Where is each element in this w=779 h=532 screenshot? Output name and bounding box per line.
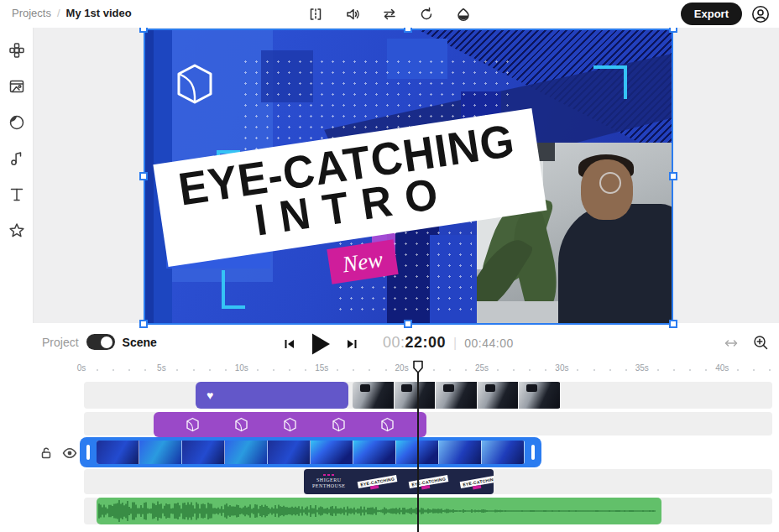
ruler-tick-label: 0s bbox=[77, 363, 86, 373]
trim-handle-right[interactable] bbox=[531, 445, 535, 460]
timecode-hours: 00: bbox=[383, 334, 405, 351]
play-icon[interactable] bbox=[310, 332, 332, 356]
ruler-tick-dot bbox=[593, 369, 595, 371]
visibility-eye-icon[interactable] bbox=[62, 446, 77, 461]
ruler-tick-dot bbox=[689, 369, 691, 371]
clip-thumbnail bbox=[139, 441, 182, 464]
pink-dash-accent bbox=[323, 474, 335, 476]
account-icon[interactable] bbox=[750, 4, 771, 24]
rotate-icon[interactable] bbox=[417, 5, 436, 23]
export-button[interactable]: Export bbox=[681, 3, 742, 25]
hexagon-icon bbox=[380, 417, 395, 432]
transition-icon[interactable] bbox=[380, 5, 399, 23]
playhead-line[interactable] bbox=[417, 363, 419, 532]
selection-handle-bottom-right[interactable] bbox=[669, 320, 677, 328]
zoom-in-icon[interactable] bbox=[753, 335, 769, 351]
studio-label: SHIGERU PENTHOUSE bbox=[312, 474, 346, 489]
video-preview-canvas[interactable]: EYE-CATCHING INTRO New bbox=[145, 30, 672, 323]
tools-sidebar bbox=[0, 28, 34, 323]
timeline-tracks: ♥ bbox=[0, 379, 779, 532]
toggle-label-project[interactable]: Project bbox=[42, 336, 79, 349]
timeline-controls: Project Scene 00:22:00 | 00:44:00 bbox=[0, 330, 779, 358]
ruler-tick-dot bbox=[673, 369, 675, 371]
skip-to-start-icon[interactable] bbox=[284, 338, 295, 350]
ruler-tick-dot bbox=[609, 369, 611, 371]
toggle-label-scene[interactable]: Scene bbox=[123, 336, 157, 349]
text-icon[interactable] bbox=[6, 184, 28, 206]
ruler-tick-dot bbox=[577, 369, 578, 371]
mini-title-banner: EYE-CATCHING bbox=[460, 475, 494, 488]
elements-icon[interactable] bbox=[6, 39, 28, 61]
project-scene-toggle[interactable]: Project Scene bbox=[42, 334, 157, 350]
ruler-tick-dot bbox=[305, 369, 306, 371]
ruler-tick-dot bbox=[737, 369, 739, 371]
color-filter-icon[interactable] bbox=[454, 5, 473, 23]
selected-intro-clip[interactable] bbox=[80, 437, 541, 467]
media-icon[interactable] bbox=[6, 76, 28, 97]
record-icon[interactable] bbox=[6, 112, 28, 133]
ruler-tick-dot bbox=[176, 369, 178, 371]
hexagon-icon bbox=[234, 417, 248, 432]
clip-thumbnail bbox=[268, 441, 311, 464]
clip-thumbnail bbox=[182, 441, 225, 464]
ruler-tick-dot bbox=[353, 369, 354, 371]
ruler-tick-dot bbox=[497, 369, 499, 371]
audio-clip[interactable] bbox=[97, 498, 661, 524]
ruler-tick-label: 20s bbox=[395, 363, 409, 373]
clip-thumbnail-strip bbox=[97, 441, 525, 464]
topbar-right-group: Export bbox=[681, 3, 771, 25]
hexagon-logo-icon bbox=[174, 62, 216, 109]
ruler-tick-dot bbox=[225, 369, 227, 371]
editing-toolbar bbox=[0, 0, 779, 28]
fit-to-width-icon[interactable] bbox=[723, 338, 740, 348]
playhead-marker[interactable] bbox=[412, 360, 424, 378]
ruler-tick-label: 30s bbox=[555, 363, 568, 373]
timeline-ruler[interactable]: 0s5s10s15s20s25s30s35s40s bbox=[0, 362, 779, 378]
ruler-tick-dot bbox=[657, 369, 659, 371]
clip-thumbnail bbox=[225, 441, 268, 464]
video-thumbnail bbox=[395, 382, 437, 409]
person-body bbox=[558, 204, 672, 323]
ruler-tick-dot bbox=[97, 369, 98, 371]
selection-handle-mid-right[interactable] bbox=[669, 172, 677, 180]
ruler-tick-dot bbox=[385, 369, 387, 371]
text-clip[interactable]: SHIGERU PENTHOUSE EYE-CATCHING EYE-CATCH… bbox=[304, 469, 494, 494]
trim-handle-left[interactable] bbox=[86, 445, 90, 460]
video-thumbnail bbox=[353, 382, 395, 409]
music-icon[interactable] bbox=[6, 148, 28, 170]
favorites-icon[interactable] bbox=[6, 220, 28, 242]
selection-handle-bottom-left[interactable] bbox=[139, 320, 148, 328]
video-thumbnail bbox=[519, 382, 561, 409]
heart-icon: ♥ bbox=[207, 389, 213, 402]
person-glasses bbox=[599, 172, 621, 194]
ruler-tick-dot bbox=[625, 369, 627, 371]
unlock-icon[interactable] bbox=[39, 446, 54, 461]
ruler-tick-dot bbox=[112, 369, 114, 371]
timecode-display: 00:22:00 | 00:44:00 bbox=[383, 334, 514, 352]
skip-to-end-icon[interactable] bbox=[346, 338, 358, 350]
playback-controls bbox=[284, 330, 358, 358]
sticker-clip[interactable]: ♥ bbox=[196, 382, 348, 409]
timecode-total: 00:44:00 bbox=[464, 336, 514, 350]
toggle-switch[interactable] bbox=[86, 334, 115, 350]
split-icon[interactable] bbox=[306, 5, 325, 23]
hexagon-icon bbox=[186, 417, 200, 432]
overlay-clip[interactable] bbox=[154, 412, 426, 437]
selection-handle-bottom-center[interactable] bbox=[404, 320, 412, 328]
audio-icon[interactable] bbox=[343, 5, 362, 23]
ruler-tick-dot bbox=[433, 369, 435, 371]
selection-handle-mid-left[interactable] bbox=[139, 172, 148, 180]
video-clip[interactable] bbox=[353, 382, 561, 409]
ruler-tick-dot bbox=[449, 369, 451, 371]
hexagon-icon bbox=[332, 417, 346, 432]
clip-thumbnail bbox=[311, 441, 353, 464]
canvas-bar bbox=[430, 235, 478, 323]
timecode-current: 22:00 bbox=[405, 334, 447, 351]
hexagon-icon bbox=[283, 417, 297, 432]
studio-line2: PENTHOUSE bbox=[312, 483, 346, 489]
ruler-tick-dot bbox=[128, 369, 130, 371]
clip-thumbnail bbox=[97, 441, 139, 464]
ruler-tick-dot bbox=[289, 369, 290, 371]
ruler-tick-dot bbox=[513, 369, 515, 371]
video-thumbnail bbox=[436, 382, 478, 409]
